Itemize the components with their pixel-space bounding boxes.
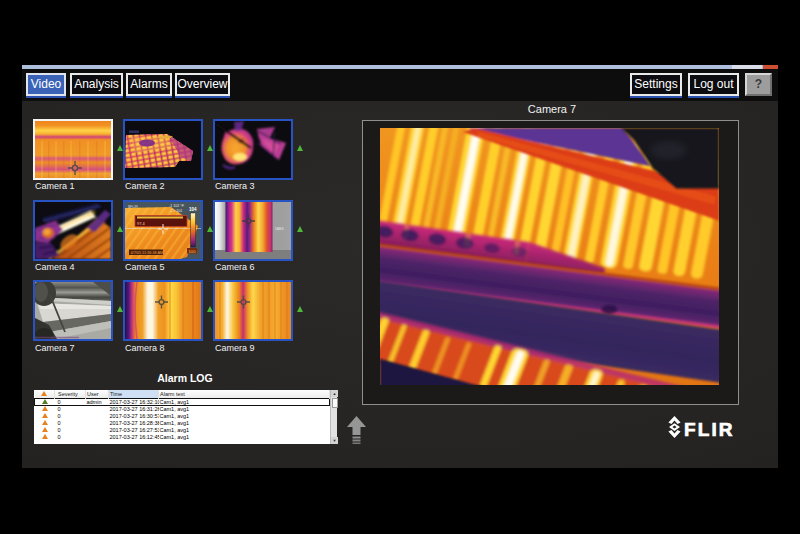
- svg-text:97.4: 97.4: [137, 221, 146, 226]
- svg-text:-1 > 101: -1 > 101: [169, 209, 182, 213]
- svg-text:104: 104: [189, 207, 197, 212]
- svg-text:4/7/05 11:36:48 AM: 4/7/05 11:36:48 AM: [131, 251, 164, 255]
- svg-text:100: 100: [189, 249, 197, 254]
- svg-text:-1 102 °F: -1 102 °F: [169, 204, 185, 208]
- svg-text:CAM 6: CAM 6: [275, 227, 284, 231]
- svg-text:FLIR: FLIR: [684, 419, 735, 440]
- svg-text:$FLIR: $FLIR: [128, 205, 138, 209]
